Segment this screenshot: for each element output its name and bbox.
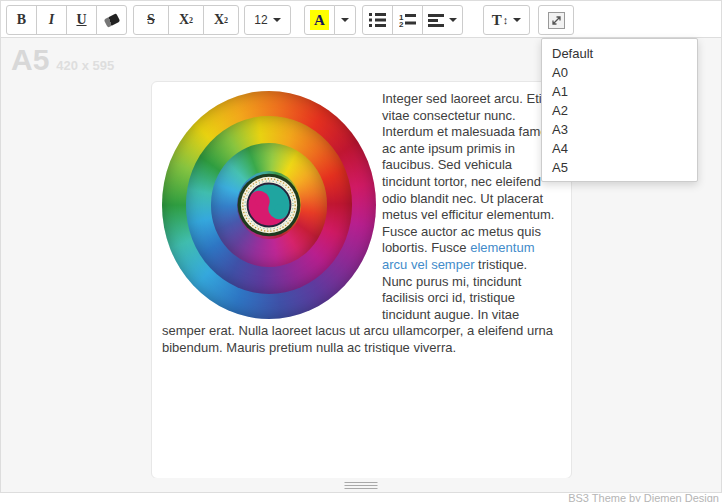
fontsize-group: 12 [244,5,291,35]
yin-yang-icon [237,173,301,237]
paper-size-option-a2[interactable]: A2 [542,101,697,120]
editor-toolbar: B I U S X2 X2 12 A [1,1,721,38]
theme-credit: BS3 Theme by Diemen Design [568,492,719,502]
svg-text:2: 2 [399,20,404,27]
editor-statusbar [1,478,721,492]
fontcolor-group: A [304,5,356,35]
font-color-swatch: A [310,10,329,30]
content-image-mandala[interactable] [162,91,376,319]
clear-formatting-button[interactable] [96,5,127,35]
superscript-button[interactable]: X2 [168,5,204,35]
chevron-down-icon [449,18,457,22]
chevron-down-icon [341,18,349,22]
eraser-icon [103,13,120,28]
script-group: S X2 X2 [133,5,239,35]
paper-size-option-a3[interactable]: A3 [542,120,697,139]
paper-size-watermark: A5 420 x 595 [11,43,114,77]
summernote-editor-screenshot: B I U S X2 X2 12 A [0,0,722,502]
strikethrough-button[interactable]: S [133,5,169,35]
papersize-group [538,5,574,35]
paper-size-menu: Default A0 A1 A2 A3 A4 A5 [541,38,698,182]
paper-size-button[interactable] [538,5,574,35]
italic-button[interactable]: I [36,5,67,35]
paper-size-option-a5[interactable]: A5 [542,158,697,177]
paper-size-option-default[interactable]: Default [542,44,697,63]
font-color-dropdown-button[interactable] [334,5,356,35]
paper-size-option-a0[interactable]: A0 [542,63,697,82]
document-page[interactable]: Integer sed laoreet arcu. Etiam vitae co… [151,81,572,479]
align-left-icon [428,14,444,27]
resize-expand-icon [548,12,565,29]
chevron-down-icon [513,18,521,22]
paragraph-group: 12 [362,5,463,35]
bold-button[interactable]: B [6,5,37,35]
paper-format-label: A5 [11,43,49,77]
paragraph-text-start: Integer sed laoreet arcu. Etiam vitae co… [382,91,560,255]
subscript-button[interactable]: X2 [203,5,239,35]
unordered-list-button[interactable] [362,5,393,35]
lineheight-group: T↕ [483,5,530,35]
font-color-button[interactable]: A [304,5,335,35]
line-height-dropdown-button[interactable]: T↕ [483,5,530,35]
resize-handle[interactable] [345,482,378,489]
ordered-list-button[interactable]: 12 [392,5,423,35]
unordered-list-icon [369,13,386,27]
underline-button[interactable]: U [66,5,97,35]
paper-dimensions-label: 420 x 595 [56,58,114,73]
paragraph-align-dropdown-button[interactable] [422,5,463,35]
chevron-down-icon [273,18,281,22]
up-down-arrow-icon: ↕ [503,14,509,26]
paper-size-option-a4[interactable]: A4 [542,139,697,158]
font-size-dropdown-button[interactable]: 12 [244,5,291,35]
style-group: B I U [6,5,127,35]
ordered-list-icon: 12 [399,13,416,27]
paper-size-option-a1[interactable]: A1 [542,82,697,101]
